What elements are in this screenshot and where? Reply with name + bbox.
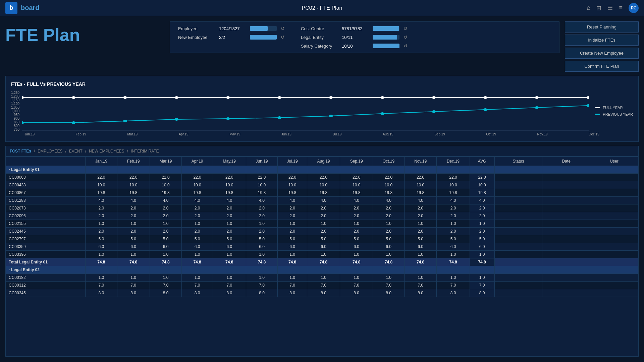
group-label: - Legal Entity 02 — [6, 266, 86, 274]
cell-value: 5.0 — [373, 235, 404, 243]
filter-refresh-icon[interactable]: ↺ — [404, 35, 408, 40]
cell-value: 22.0 — [150, 174, 182, 181]
group-header-cell — [373, 166, 404, 174]
cell-avg: 1.0 — [470, 251, 494, 258]
group-header-cell — [404, 166, 437, 174]
reset-planning-button[interactable]: Reset Planning — [565, 21, 639, 33]
date-cell — [542, 282, 590, 289]
group-header-cell — [182, 266, 213, 274]
group-header-cell — [307, 266, 340, 274]
col-header-mar-19: Mar.19 — [150, 157, 182, 166]
group-header-cell — [150, 266, 182, 274]
total-value: 74.8 — [373, 258, 404, 266]
user-total-cell — [590, 258, 638, 266]
chat-icon[interactable]: ☰ — [607, 4, 613, 12]
user-cell — [590, 174, 638, 181]
filter-refresh-icon[interactable]: ↺ — [404, 26, 408, 31]
filter-bar-fill — [373, 35, 397, 40]
cell-value: 1.0 — [404, 251, 437, 258]
cell-value: 1.0 — [246, 220, 278, 228]
initialize-ftes-button[interactable]: Initialize FTEs — [565, 35, 639, 46]
table-row: CC021551.01.01.01.01.01.01.01.01.01.01.0… — [6, 220, 638, 228]
filter-label: Cost Centre — [301, 26, 338, 31]
cell-value: 2.0 — [307, 204, 340, 212]
tab-event[interactable]: EVENT — [69, 149, 83, 154]
cell-value: 4.0 — [404, 197, 437, 204]
total-value: 74.8 — [340, 258, 373, 266]
total-value: 74.8 — [86, 258, 117, 266]
create-new-employee-button[interactable]: Create New Employee — [565, 48, 639, 59]
group-header-cell — [278, 166, 307, 174]
legend-label: PREVIOUS YEAR — [603, 112, 633, 116]
tab-fcst-ftes[interactable]: FCST FTEs — [10, 149, 31, 154]
col-header-status: Status — [494, 157, 542, 166]
cell-value: 7.0 — [86, 282, 117, 289]
filter-refresh-icon[interactable]: ↺ — [281, 26, 285, 31]
user-avatar[interactable]: PC — [629, 3, 639, 13]
table-row: CC0043810.010.010.010.010.010.010.010.01… — [6, 181, 638, 189]
cell-value: 2.0 — [437, 228, 470, 235]
cell-value: 8.0 — [150, 289, 182, 297]
confirm-fte-plan-button[interactable]: Confirm FTE Plan — [565, 61, 639, 72]
grid-icon[interactable]: ⊞ — [596, 4, 601, 12]
date-cell — [542, 204, 590, 212]
cell-value: 10.0 — [404, 181, 437, 189]
date-cell — [542, 251, 590, 258]
cell-value: 2.0 — [437, 212, 470, 220]
row-id: CC02096 — [6, 212, 86, 220]
total-value: 74.8 — [307, 258, 340, 266]
svg-point-5 — [278, 96, 281, 99]
home-icon[interactable]: ⌂ — [587, 4, 591, 11]
chart-section: FTEs - FULL Vs PREVIOUS YEAR 1,2501,2001… — [5, 76, 639, 142]
cell-value: 1.0 — [246, 251, 278, 258]
cell-value: 1.0 — [340, 251, 373, 258]
group-header-cell — [182, 166, 213, 174]
cell-value: 7.0 — [307, 282, 340, 289]
x-axis-label: Feb.19 — [76, 132, 86, 136]
cell-value: 1.0 — [246, 274, 278, 282]
svg-point-0 — [22, 96, 24, 99]
col-header-nov-19: Nov.19 — [404, 157, 437, 166]
row-id: CC01283 — [6, 197, 86, 204]
cell-value: 1.0 — [373, 251, 404, 258]
filter-bar-fill — [250, 35, 277, 40]
group-header-cell — [494, 166, 542, 174]
user-cell — [590, 204, 638, 212]
cell-value: 4.0 — [117, 197, 150, 204]
cell-value: 19.8 — [150, 189, 182, 197]
table-row: CC0086719.819.819.819.819.819.819.819.81… — [6, 189, 638, 197]
svg-point-12 — [22, 121, 24, 124]
filters-left: Employee 1204/1827 ↺ New Employee 2/2 ↺ — [178, 26, 285, 49]
svg-point-23 — [586, 104, 589, 107]
tab-employees[interactable]: EMPLOYEES — [38, 149, 62, 154]
group-header-cell — [117, 166, 150, 174]
filter-group: Employee 1204/1827 ↺ — [178, 26, 285, 31]
legend-item: PREVIOUS YEAR — [595, 112, 633, 116]
filter-label: New Employee — [178, 35, 215, 40]
cell-value: 2.0 — [246, 212, 278, 220]
cell-value: 2.0 — [404, 204, 437, 212]
tab-new-employees[interactable]: NEW EMPLOYEES — [89, 149, 124, 154]
y-axis-label: 850 — [11, 120, 19, 124]
col-header-label — [6, 157, 86, 166]
svg-point-13 — [72, 121, 75, 124]
filter-refresh-icon[interactable]: ↺ — [404, 43, 408, 49]
status-cell — [494, 204, 542, 212]
cell-value: 4.0 — [213, 197, 246, 204]
cell-value: 1.0 — [213, 220, 246, 228]
cell-value: 2.0 — [86, 204, 117, 212]
cell-value: 4.0 — [246, 197, 278, 204]
tab-interim-rate[interactable]: INTERIM RATE — [131, 149, 159, 154]
cell-value: 6.0 — [373, 243, 404, 251]
total-value: 74.8 — [246, 258, 278, 266]
cell-value: 1.0 — [86, 274, 117, 282]
cell-value: 5.0 — [117, 235, 150, 243]
row-id: CC00345 — [6, 289, 86, 297]
menu-icon[interactable]: ≡ — [619, 4, 623, 11]
table-row: CC020732.02.02.02.02.02.02.02.02.02.02.0… — [6, 204, 638, 212]
cell-value: 2.0 — [150, 228, 182, 235]
group-label: - Legal Entity 01 — [6, 166, 86, 174]
cell-value: 5.0 — [213, 235, 246, 243]
y-axis-label: 900 — [11, 117, 19, 120]
filter-refresh-icon[interactable]: ↺ — [281, 35, 285, 40]
